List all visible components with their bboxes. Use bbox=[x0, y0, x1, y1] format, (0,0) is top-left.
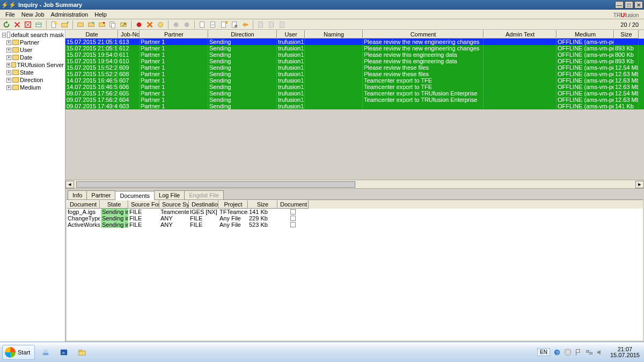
add-folder-icon[interactable]: + bbox=[61, 20, 69, 29]
table-row[interactable]: 15.07.2015 15:52:28609Partner 1Sendingtr… bbox=[65, 64, 644, 71]
table-row[interactable]: 15.07.2015 19:54:03611Partner 1Sendingtr… bbox=[65, 51, 644, 58]
table-row[interactable]: 09.07.2015 17:49:46603Partner 1Sendingtr… bbox=[65, 103, 644, 109]
tree-expand-icon[interactable]: + bbox=[6, 85, 11, 90]
language-indicator[interactable]: EN bbox=[537, 348, 550, 356]
tab-documents[interactable]: Documents bbox=[115, 191, 155, 200]
copy-icon[interactable] bbox=[108, 20, 117, 29]
detail-col-document[interactable]: Document bbox=[67, 200, 100, 209]
tree-expand-icon[interactable]: + bbox=[6, 78, 11, 83]
taskbar-app-2[interactable]: » bbox=[56, 345, 71, 360]
doc-star-icon[interactable]: ★ bbox=[219, 20, 228, 29]
job-col-partner[interactable]: Partner bbox=[140, 30, 208, 39]
export-icon[interactable] bbox=[34, 20, 43, 29]
tree-expand-icon[interactable]: + bbox=[6, 63, 10, 68]
maximize-button[interactable]: □ bbox=[625, 1, 633, 9]
job-col-naming[interactable]: Naming bbox=[305, 30, 363, 39]
shield-tray-icon[interactable] bbox=[564, 349, 572, 356]
job-col-date[interactable]: Date bbox=[65, 30, 118, 39]
tab-logfile[interactable]: Log File bbox=[154, 190, 185, 200]
job-col-admin[interactable]: Admin Text bbox=[484, 30, 557, 39]
menu-newjob[interactable]: New Job bbox=[18, 11, 48, 18]
minimize-button[interactable]: — bbox=[615, 1, 624, 9]
checkbox[interactable] bbox=[290, 209, 296, 215]
taskbar-app-1[interactable] bbox=[38, 345, 53, 360]
detail-col-docs[interactable]: Document s... bbox=[277, 200, 309, 209]
new-icon[interactable] bbox=[50, 20, 58, 29]
checkbox[interactable] bbox=[290, 222, 296, 227]
table-row[interactable]: ChangeType...Sending in P...FILEANYFILEA… bbox=[67, 215, 643, 221]
tree-node[interactable]: +Medium bbox=[1, 84, 64, 91]
job-cell-dir: Sending bbox=[208, 71, 277, 77]
pause-icon[interactable] bbox=[156, 20, 165, 29]
tab-partner[interactable]: Partner bbox=[86, 190, 115, 200]
tree-expand-icon[interactable]: + bbox=[6, 48, 11, 53]
table-row[interactable]: ActiveWorks...Sending in P...FILEANYFILE… bbox=[67, 221, 643, 228]
detail-col-srcfmt[interactable]: Source Format bbox=[128, 200, 159, 209]
tab-info[interactable]: Info bbox=[68, 190, 87, 200]
volume-tray-icon[interactable] bbox=[596, 349, 604, 356]
checkbox[interactable] bbox=[290, 216, 296, 221]
detail-col-state[interactable]: State bbox=[100, 200, 128, 209]
job-icon-3[interactable] bbox=[98, 20, 106, 29]
table-row[interactable]: 15.07.2015 15:52:28608Partner 1Sendingtr… bbox=[65, 71, 644, 77]
tree-node[interactable]: +Partner bbox=[1, 39, 64, 46]
flag-tray-icon[interactable] bbox=[575, 349, 582, 356]
detail-col-dest[interactable]: Destination ... bbox=[189, 200, 218, 209]
table-row[interactable]: 15.07.2015 21:05:13613Partner 1Sendingtr… bbox=[65, 39, 644, 45]
detail-col-size[interactable]: Size bbox=[248, 200, 277, 209]
doc-icon-2[interactable] bbox=[209, 20, 217, 29]
send-icon[interactable] bbox=[241, 20, 250, 29]
job-col-dir[interactable]: Direction bbox=[208, 30, 277, 39]
record-icon[interactable] bbox=[135, 20, 143, 29]
tree-expand-icon[interactable]: + bbox=[6, 55, 11, 60]
detail-col-project[interactable]: Project bbox=[218, 200, 248, 209]
job-table[interactable]: DateJob-No. ▼PartnerDirectionUserNamingC… bbox=[65, 30, 644, 180]
job-icon-2[interactable] bbox=[87, 20, 96, 29]
job-icon-1[interactable] bbox=[76, 20, 85, 29]
delete-icon[interactable] bbox=[13, 20, 21, 29]
job-col-jobno[interactable]: Job-No. ▼ bbox=[118, 30, 140, 39]
tree-collapse-icon[interactable]: − bbox=[2, 33, 6, 38]
taskbar-app-3[interactable] bbox=[75, 345, 90, 360]
menu-admin[interactable]: Administration bbox=[48, 11, 92, 18]
scroll-thumb[interactable] bbox=[76, 181, 355, 188]
cancel-icon[interactable] bbox=[145, 20, 154, 29]
doc-settings-icon[interactable] bbox=[230, 20, 239, 29]
tree-node[interactable]: +Direction bbox=[1, 76, 64, 84]
scroll-left-icon[interactable]: ◂ bbox=[65, 181, 74, 188]
tree-node[interactable]: +Date bbox=[1, 54, 64, 61]
help-tray-icon[interactable]: ? bbox=[553, 349, 561, 356]
tree-expand-icon[interactable]: + bbox=[6, 70, 11, 75]
table-row[interactable]: 14.07.2015 16:46:59607Partner 1Sendingtr… bbox=[65, 77, 644, 84]
clear-filter-icon[interactable] bbox=[24, 20, 32, 29]
table-row[interactable]: 09.07.2015 17:56:28604Partner 1Sendingtr… bbox=[65, 97, 644, 103]
network-tray-icon[interactable] bbox=[586, 349, 593, 356]
doc-icon-1[interactable] bbox=[198, 20, 207, 29]
tree-node[interactable]: +State bbox=[1, 69, 64, 76]
tree-node[interactable]: +User bbox=[1, 46, 64, 54]
table-row[interactable]: 09.07.2015 17:56:29605Partner 1Sendingtr… bbox=[65, 90, 644, 97]
start-button[interactable]: Start bbox=[2, 345, 35, 360]
job-table-hscroll[interactable]: ◂ ▸ bbox=[65, 180, 644, 188]
tree-root-node[interactable]: − default search mask bbox=[1, 31, 64, 39]
job-col-comment[interactable]: Comment bbox=[363, 30, 484, 39]
job-col-user[interactable]: User bbox=[277, 30, 305, 39]
scroll-right-icon[interactable]: ▸ bbox=[635, 181, 644, 188]
table-row[interactable]: fogp_A.igsSending in P...FILETeamcenter … bbox=[67, 209, 643, 215]
table-row[interactable]: 14.07.2015 16:46:57606Partner 1Sendingtr… bbox=[65, 84, 644, 90]
job-cell-partner: Partner 1 bbox=[140, 64, 208, 71]
link-icon[interactable]: ↗ bbox=[119, 20, 128, 29]
detail-col-srcsys[interactable]: Source System bbox=[159, 200, 189, 209]
tree-node[interactable]: +TRUfusion Server bbox=[1, 61, 64, 69]
menu-help[interactable]: Help bbox=[91, 11, 110, 18]
table-row[interactable]: 15.07.2015 19:54:03610Partner 1Sendingtr… bbox=[65, 58, 644, 64]
job-col-size[interactable]: Size bbox=[614, 30, 639, 39]
detail-table[interactable]: DocumentStateSource FormatSource SystemD… bbox=[67, 200, 643, 341]
menu-file[interactable]: File bbox=[2, 11, 18, 18]
table-row[interactable]: 15.07.2015 21:05:13612Partner 1Sendingtr… bbox=[65, 45, 644, 51]
tree-expand-icon[interactable]: + bbox=[6, 40, 11, 45]
refresh-icon[interactable] bbox=[2, 20, 11, 29]
taskbar-clock[interactable]: 21:07 15.07.2015 bbox=[607, 346, 640, 358]
close-button[interactable]: ✕ bbox=[634, 1, 643, 9]
job-col-medium[interactable]: Medium bbox=[557, 30, 614, 39]
